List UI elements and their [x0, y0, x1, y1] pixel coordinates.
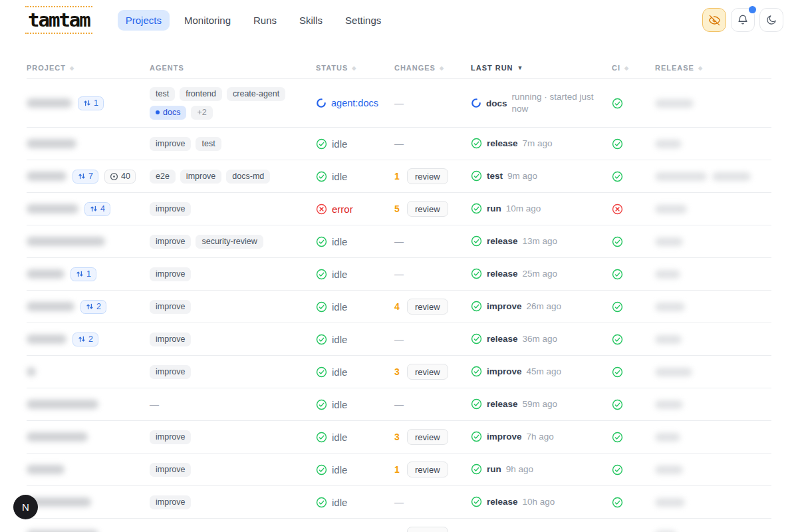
brand-logo[interactable]: tamtam [24, 7, 94, 33]
nav-item-skills[interactable]: Skills [291, 10, 331, 31]
check-circle-icon [316, 432, 327, 443]
release-cell [655, 433, 771, 442]
pull-request-badge[interactable]: 4 [84, 202, 110, 216]
table-row[interactable]: 4improveerror5reviewrun10m ago [27, 193, 771, 225]
pull-request-badge[interactable]: 2 [72, 332, 98, 346]
table-row[interactable]: improvesecurity-reviewidle—release13m ag… [27, 225, 771, 258]
release-cell [655, 466, 771, 474]
ci-pass-icon [612, 497, 623, 508]
status-label: idle [332, 171, 347, 182]
column-label: PROJECT [27, 64, 66, 72]
agent-tag: create-agent [227, 87, 285, 101]
table-row[interactable]: improveidle1reviewrun9h ago [27, 454, 771, 486]
status-cell: idle [316, 464, 394, 475]
spinner-icon [471, 98, 481, 108]
review-button[interactable]: review [407, 429, 448, 445]
column-header-release[interactable]: RELEASE◆ [655, 64, 771, 72]
agent-tag: improve [150, 430, 191, 444]
ci-cell [612, 203, 655, 215]
project-name-redacted [27, 400, 98, 409]
pull-request-badge[interactable]: 1 [70, 267, 96, 281]
pull-request-badge[interactable]: 7 [72, 170, 98, 184]
floating-user-button[interactable]: N [13, 495, 38, 519]
pull-request-badge[interactable]: 2 [80, 300, 106, 314]
table-row[interactable]: review [27, 519, 771, 532]
table-row[interactable]: improveidle3reviewimprove7h ago [27, 421, 771, 454]
check-circle-icon [316, 236, 327, 247]
last-run-action: release [487, 334, 518, 344]
table-row[interactable]: improveidle—release10h ago [27, 486, 771, 519]
table-row[interactable]: 1testfrontendcreate-agentdocs+2agent:doc… [27, 79, 771, 128]
status-label: idle [332, 334, 347, 345]
agents-cell: improvesecurity-review [150, 229, 316, 254]
agent-tag: improve [150, 202, 191, 216]
status-cell: error [316, 203, 394, 215]
check-circle-icon [316, 301, 327, 313]
changes-cell: — [394, 334, 471, 344]
column-header-ci[interactable]: CI◆ [612, 64, 655, 72]
column-header-project[interactable]: PROJECT◆ [27, 64, 150, 72]
agents-cell [150, 529, 316, 532]
last-run-action: test [487, 171, 503, 181]
last-run-cell: docsrunning · started just now [471, 91, 612, 114]
agent-tag: e2e [150, 170, 176, 184]
check-circle-icon [316, 497, 327, 508]
pull-request-badge[interactable]: 1 [78, 96, 104, 110]
theme-toggle-button[interactable] [759, 8, 783, 32]
last-run-time: 13m ago [523, 235, 558, 247]
table-row[interactable]: 1improveidle—release25m ago [27, 258, 771, 291]
nav-item-projects[interactable]: Projects [118, 10, 170, 31]
notifications-button[interactable] [731, 8, 755, 32]
review-button[interactable]: review [407, 462, 448, 477]
ci-cell [612, 236, 655, 247]
release-version-redacted [655, 237, 683, 246]
table-row[interactable]: —idle—release59m ago [27, 388, 771, 421]
status-cell: idle [316, 366, 394, 378]
column-header-status[interactable]: STATUS◆ [316, 64, 394, 72]
column-header-last-run[interactable]: LAST RUN▼ [471, 64, 612, 72]
ci-cell [612, 138, 655, 150]
review-button[interactable]: review [407, 364, 448, 380]
table-row[interactable]: improvetestidle—release7m ago [27, 128, 771, 160]
ci-cell [612, 269, 655, 280]
changes-cell: 5review [394, 201, 471, 217]
release-version-redacted [655, 466, 683, 474]
project-cell [27, 497, 150, 507]
release-version-redacted [712, 172, 751, 181]
review-button[interactable]: review [407, 201, 448, 217]
ci-cell [612, 334, 655, 345]
nav-item-runs[interactable]: Runs [245, 10, 285, 31]
project-cell: 4 [27, 202, 150, 216]
table-row[interactable]: 2improveidle—release36m ago [27, 323, 771, 356]
last-run-cell: run9h ago [471, 464, 612, 475]
privacy-blur-toggle[interactable] [702, 8, 726, 32]
column-header-changes[interactable]: CHANGES◆ [394, 64, 471, 72]
changes-cell: 3review [394, 429, 471, 445]
issues-badge[interactable]: 40 [104, 170, 136, 184]
review-button[interactable]: review [407, 168, 448, 184]
table-row[interactable]: 740e2eimprovedocs-mdidle1reviewtest9m ag… [27, 160, 771, 193]
badge-count: 2 [96, 302, 101, 311]
no-changes-dash: — [394, 236, 404, 247]
ci-pass-icon [612, 269, 623, 280]
changes-cell: 3review [394, 364, 471, 380]
review-button[interactable]: review [407, 527, 448, 532]
check-circle-icon [316, 334, 327, 345]
nav-item-settings[interactable]: Settings [337, 10, 389, 31]
column-header-agents: AGENTS [150, 64, 316, 72]
changes-cell: — [394, 138, 471, 149]
nav-item-monitoring[interactable]: Monitoring [176, 10, 239, 31]
ci-pass-icon [612, 366, 623, 378]
last-run-cell: improve7h ago [471, 431, 612, 443]
table-row[interactable]: 2improveidle4reviewimprove26m ago [27, 291, 771, 323]
check-circle-icon [471, 235, 482, 247]
review-button[interactable]: review [407, 299, 448, 315]
table-row[interactable]: improveidle3reviewimprove45m ago [27, 356, 771, 388]
check-circle-icon [471, 170, 482, 182]
release-version-redacted [655, 303, 685, 311]
release-cell [655, 400, 771, 409]
ci-cell [612, 366, 655, 378]
ci-pass-icon [612, 334, 623, 345]
no-changes-dash: — [394, 399, 404, 410]
no-changes-dash: — [394, 138, 404, 149]
